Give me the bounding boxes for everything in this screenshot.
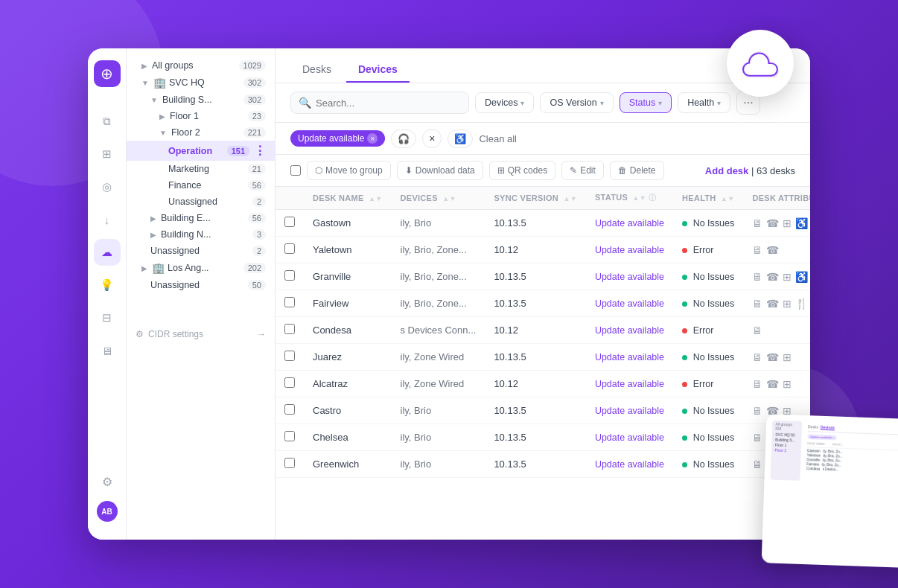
th-desk-name[interactable]: DESK NAME ▲▼ xyxy=(304,187,392,210)
tab-devices[interactable]: Devices xyxy=(346,57,410,83)
edit-btn[interactable]: ✎ Edit xyxy=(561,161,604,180)
os-version-filter-label: OS Version xyxy=(550,98,596,108)
layers-icon[interactable]: ⧉ xyxy=(94,108,121,135)
sidebar-item-svc-hq[interactable]: ▼ 🏢 SVC HQ 302 xyxy=(127,74,275,92)
sidebar-item-building-e[interactable]: ▶ Building E... 56 xyxy=(127,210,275,226)
table-row: Alcatraz ily, Zone Wired 10.12 Update av… xyxy=(276,371,810,397)
health-filter-btn[interactable]: Health ▾ xyxy=(678,92,730,113)
clean-all-btn[interactable]: Clean all xyxy=(479,133,517,144)
move-icon: ⬡ xyxy=(315,165,322,176)
sort-icon: ▲▼ xyxy=(632,194,646,202)
row-checkbox[interactable] xyxy=(284,404,295,415)
status-badge: Update available xyxy=(595,298,664,309)
sidebar-item-label: All groups xyxy=(152,60,194,71)
row-checkbox[interactable] xyxy=(284,431,295,441)
chip-close-icon[interactable]: × xyxy=(367,133,378,144)
move-to-group-btn[interactable]: ⬡ Move to group xyxy=(307,161,391,180)
settings-icon[interactable]: ⚙ xyxy=(94,468,121,495)
device-icons: 🖥☎⊞ xyxy=(752,378,792,390)
os-version-filter-btn[interactable]: OS Version ▾ xyxy=(540,92,613,113)
select-all-checkbox[interactable] xyxy=(290,165,301,176)
device-icon: 🖥 xyxy=(752,298,762,310)
status-badge: Update available xyxy=(595,432,664,443)
sidebar-item-floor-1[interactable]: ▶ Floor 1 23 xyxy=(127,108,275,124)
th-desk-attributes[interactable]: DESK ATTRIBUTES ⚙ xyxy=(743,187,810,210)
sidebar-item-building-n[interactable]: ▶ Building N... 3 xyxy=(127,226,275,243)
sidebar-item-unassigned3[interactable]: Unassigned 50 xyxy=(127,277,275,293)
table-icon[interactable]: ⊟ xyxy=(94,304,121,331)
camera-icon[interactable]: ◎ xyxy=(94,173,121,200)
update-available-chip[interactable]: Update available × xyxy=(290,130,385,147)
audio-chip[interactable]: 🎧 xyxy=(391,130,416,148)
search-icon: 🔍 xyxy=(299,97,311,109)
device-icons: 🖥 xyxy=(752,325,762,336)
row-checkbox[interactable] xyxy=(284,297,295,307)
th-sync-version[interactable]: SYNC VERSION ▲▼ xyxy=(485,187,586,210)
status-cell: Update available xyxy=(586,344,673,371)
sidebar-item-marketing[interactable]: Marketing 21 xyxy=(127,161,275,177)
accessibility-chip[interactable]: ♿ xyxy=(448,130,473,148)
sidebar-item-building-s[interactable]: ▼ Building S... 302 xyxy=(127,92,275,108)
device-icon: ☎ xyxy=(766,244,779,256)
sort-icon: ▲▼ xyxy=(442,195,456,202)
sidebar-item-floor-2[interactable]: ▼ Floor 2 221 xyxy=(127,124,275,141)
sidebar-item-finance[interactable]: Finance 56 xyxy=(127,177,275,194)
sidebar-item-operation[interactable]: Operation 151 ⋮ xyxy=(127,141,275,161)
status-filter-btn[interactable]: Status ▾ xyxy=(620,92,672,113)
status-cell: Update available xyxy=(586,317,673,344)
th-health[interactable]: HEALTH ▲▼ xyxy=(673,187,743,210)
download-icon[interactable]: ↓ xyxy=(94,206,121,233)
cloud-nav-icon[interactable]: ☁ xyxy=(94,239,121,266)
avatar[interactable]: AB xyxy=(97,501,118,522)
add-desk-link[interactable]: Add desk xyxy=(705,165,749,176)
sync-version-cell: 10.13.5 xyxy=(485,263,586,290)
cloud-header-icon xyxy=(727,30,794,97)
cidr-settings[interactable]: ⚙ CIDR settings → xyxy=(127,323,275,345)
status-cell: Update available xyxy=(586,290,673,317)
cidr-settings-label: CIDR settings xyxy=(148,329,203,339)
grid-icon[interactable]: ⊞ xyxy=(94,141,121,167)
close-chip[interactable]: × xyxy=(422,129,442,148)
row-checkbox[interactable] xyxy=(284,324,295,334)
search-input[interactable] xyxy=(316,98,461,109)
logo-icon[interactable]: ⊕ xyxy=(94,60,121,87)
sidebar-badge: 302 xyxy=(243,77,266,88)
toolbar: 🔍 Devices ▾ OS Version ▾ Status ▾ Health… xyxy=(276,83,810,123)
sidebar-item-unassigned2[interactable]: Unassigned 2 xyxy=(127,243,275,259)
row-checkbox-cell xyxy=(276,371,304,397)
tab-desks[interactable]: Desks xyxy=(290,57,343,83)
sidebar-item-label: Los Ang... xyxy=(168,263,209,273)
row-checkbox[interactable] xyxy=(284,243,295,254)
sidebar-badge: 1029 xyxy=(239,60,266,71)
row-checkbox[interactable] xyxy=(284,458,295,468)
desk-attributes-cell: 🖥☎ xyxy=(743,237,810,263)
device-icon: ☎ xyxy=(766,378,779,390)
edit-label: Edit xyxy=(580,165,596,176)
sidebar-item-los-ang[interactable]: ▶ 🏢 Los Ang... 202 xyxy=(127,259,275,277)
sidebar-badge: 56 xyxy=(248,213,266,223)
desk-name-cell: Granville xyxy=(304,263,392,290)
sidebar-item-all-groups[interactable]: ▶ All groups 1029 xyxy=(127,57,275,74)
row-checkbox[interactable] xyxy=(284,351,295,361)
th-devices[interactable]: DEVICES ▲▼ xyxy=(392,187,485,210)
sidebar-badge: 3 xyxy=(252,229,266,240)
sync-version-cell: 10.13.5 xyxy=(485,344,586,371)
th-status[interactable]: STATUS ▲▼ ⓘ xyxy=(586,187,673,210)
main-content: Desks Devices 🔍 Devices ▾ OS Version ▾ S… xyxy=(276,48,810,540)
sidebar-item-unassigned[interactable]: Unassigned 2 xyxy=(127,194,275,210)
health-dot-icon xyxy=(682,328,687,333)
sidebar-item-label: Marketing xyxy=(168,164,209,174)
devices-cell: ily, Brio, Zone... xyxy=(392,290,485,317)
status-cell: Update available xyxy=(586,237,673,263)
download-data-btn[interactable]: ⬇ Download data xyxy=(397,161,483,180)
bulb-icon[interactable]: 💡 xyxy=(94,272,121,298)
sidebar-item-label: Unassigned xyxy=(168,196,217,207)
row-checkbox[interactable] xyxy=(284,217,295,227)
sort-icon: ▲▼ xyxy=(369,195,382,202)
row-checkbox[interactable] xyxy=(284,270,295,281)
devices-filter-btn[interactable]: Devices ▾ xyxy=(475,92,534,113)
delete-btn[interactable]: 🗑 Delete xyxy=(610,161,664,180)
qr-codes-btn[interactable]: ⊞ QR codes xyxy=(489,161,555,180)
row-checkbox[interactable] xyxy=(284,377,295,388)
monitor-icon[interactable]: 🖥 xyxy=(94,337,121,364)
